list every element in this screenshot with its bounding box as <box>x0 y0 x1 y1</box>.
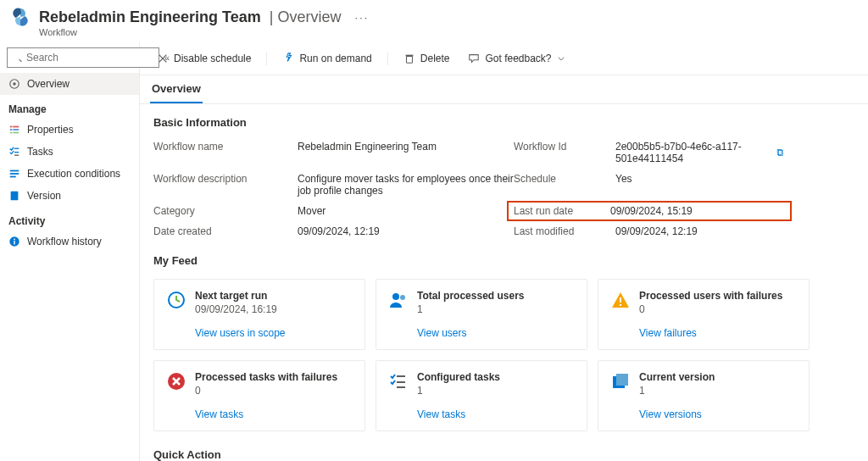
quick-action-heading: Quick Action <box>153 448 854 461</box>
chevron-down-icon <box>557 54 565 63</box>
sidebar-item-overview[interactable]: Overview <box>0 73 139 95</box>
card-processed-tasks-failures: Processed tasks with failures0 View task… <box>153 360 365 431</box>
basic-info-heading: Basic Information <box>153 116 854 129</box>
sidebar: « Overview Manage Properties Tasks Execu… <box>0 42 140 461</box>
svg-rect-2 <box>10 126 13 128</box>
view-users-in-scope-link[interactable]: View users in scope <box>195 327 353 339</box>
date-created-label: Date created <box>153 225 298 237</box>
info-icon <box>8 236 20 247</box>
delete-button[interactable]: Delete <box>397 49 457 68</box>
svg-rect-27 <box>620 297 621 303</box>
sidebar-item-label: Workflow history <box>27 236 102 247</box>
sidebar-item-label: Overview <box>27 78 70 90</box>
last-run-date-cell: Last run date 09/09/2024, 15:19 <box>507 201 792 221</box>
clock-icon <box>166 290 186 310</box>
svg-rect-10 <box>14 155 19 156</box>
sidebar-item-label: Tasks <box>27 146 53 158</box>
sidebar-section-manage: Manage <box>0 95 139 119</box>
users-icon <box>388 290 409 310</box>
view-tasks-link[interactable]: View tasks <box>195 408 353 420</box>
last-modified-value: 09/09/2024, 12:19 <box>615 225 785 237</box>
run-icon <box>282 53 294 64</box>
page-title: Rebeladmin Engineering Team <box>39 8 261 26</box>
properties-icon <box>8 124 20 136</box>
svg-point-25 <box>392 293 399 300</box>
svg-rect-14 <box>11 192 19 201</box>
copy-icon[interactable] <box>776 147 785 158</box>
sidebar-item-execution-conditions[interactable]: Execution conditions <box>0 163 139 185</box>
category-value: Mover <box>298 205 514 217</box>
svg-rect-5 <box>13 129 19 131</box>
feed-grid: Next target run09/09/2024, 16:19 View us… <box>153 279 854 431</box>
disable-schedule-button[interactable]: Disable schedule <box>150 49 258 68</box>
schedule-value: Yes <box>615 173 785 197</box>
svg-rect-12 <box>10 173 19 175</box>
svg-rect-32 <box>397 386 405 388</box>
svg-rect-13 <box>10 176 16 178</box>
page-header: Rebeladmin Engineering Team | Overview ·… <box>0 0 868 31</box>
svg-rect-3 <box>13 126 19 128</box>
card-total-processed-users: Total processed users1 View users <box>376 279 587 350</box>
view-failures-link[interactable]: View failures <box>639 327 797 339</box>
toolbar-separator <box>266 52 267 65</box>
got-feedback-button[interactable]: Got feedback? <box>461 49 571 68</box>
category-label: Category <box>153 205 298 217</box>
date-created-value: 09/09/2024, 12:19 <box>298 225 514 237</box>
svg-rect-30 <box>397 375 405 377</box>
workflow-id-label: Workflow Id <box>514 141 615 164</box>
last-run-date-label: Last run date <box>514 205 610 217</box>
search-input[interactable] <box>7 47 159 68</box>
version-card-icon <box>610 371 631 392</box>
card-configured-tasks: Configured tasks1 View tasks <box>376 360 587 431</box>
svg-rect-4 <box>10 129 13 131</box>
sidebar-item-workflow-history[interactable]: Workflow history <box>0 230 139 253</box>
sidebar-item-properties[interactable]: Properties <box>0 119 139 141</box>
page-subtitle: | Overview <box>270 8 342 26</box>
sidebar-item-tasks[interactable]: Tasks <box>0 141 139 163</box>
sidebar-item-label: Execution conditions <box>27 168 120 180</box>
overview-icon <box>8 78 20 90</box>
sidebar-section-activity: Activity <box>0 207 139 230</box>
checklist-icon <box>388 371 409 392</box>
card-current-version: Current version1 View versions <box>598 360 810 431</box>
execution-conditions-icon <box>8 168 20 180</box>
breadcrumb: Workflow <box>39 27 868 42</box>
svg-rect-8 <box>14 148 19 149</box>
view-users-link[interactable]: View users <box>417 327 575 339</box>
my-feed-heading: My Feed <box>153 254 854 267</box>
tab-bar: Overview <box>140 75 868 104</box>
workflow-name-label: Workflow name <box>153 141 298 164</box>
workflow-id-value: 2e00b5b5-b7b0-4e6c-a117-501e44111454 <box>615 141 785 164</box>
card-next-target-run: Next target run09/09/2024, 16:19 View us… <box>153 279 365 350</box>
tab-overview[interactable]: Overview <box>150 75 203 103</box>
svg-point-1 <box>13 82 16 86</box>
view-config-tasks-link[interactable]: View tasks <box>417 408 575 420</box>
svg-rect-6 <box>10 132 13 134</box>
error-icon <box>166 371 186 392</box>
search-box <box>7 47 159 68</box>
warning-icon <box>610 290 631 310</box>
svg-rect-16 <box>14 241 14 244</box>
view-versions-link[interactable]: View versions <box>639 408 797 420</box>
last-modified-label: Last modified <box>514 225 615 237</box>
workflow-logo-icon <box>10 7 31 27</box>
version-icon <box>8 190 20 202</box>
svg-rect-7 <box>13 132 19 134</box>
workflow-desc-label: Workflow description <box>153 173 298 197</box>
sidebar-item-label: Properties <box>27 124 74 136</box>
sidebar-item-version[interactable]: Version <box>0 185 139 207</box>
svg-rect-21 <box>405 55 413 57</box>
svg-rect-20 <box>406 56 412 63</box>
more-actions-button[interactable]: ··· <box>354 11 369 24</box>
card-processed-users-failures: Processed users with failures0 View fail… <box>598 279 810 350</box>
feedback-icon <box>468 53 480 64</box>
sidebar-item-label: Version <box>27 190 61 202</box>
delete-icon <box>403 53 415 64</box>
svg-rect-11 <box>10 170 19 172</box>
svg-rect-9 <box>14 152 19 153</box>
workflow-desc-value: Configure mover tasks for employees once… <box>298 173 514 197</box>
svg-point-26 <box>400 295 405 300</box>
run-on-demand-button[interactable]: Run on demand <box>275 49 378 68</box>
toolbar-separator <box>387 52 388 65</box>
workflow-name-value: Rebeladmin Engineering Team <box>298 141 514 164</box>
